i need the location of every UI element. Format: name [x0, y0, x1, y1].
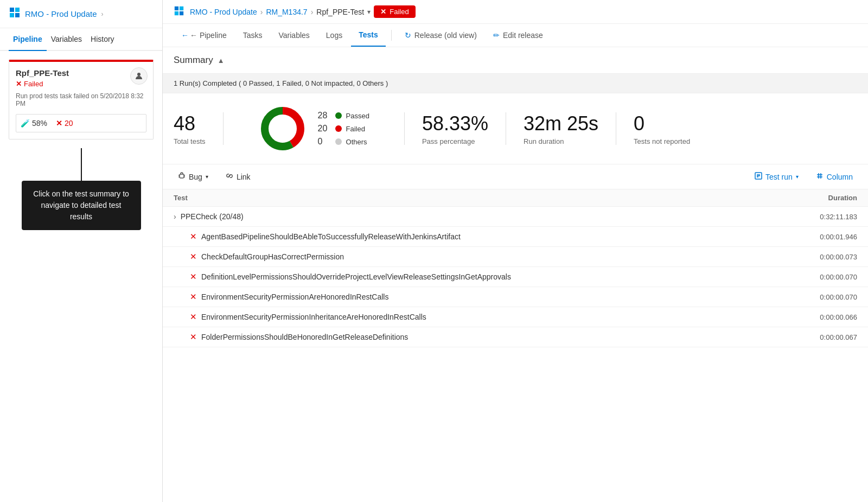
chevron-up-icon[interactable]: ▲	[218, 56, 225, 65]
x-badge-icon: ✕	[380, 8, 386, 16]
test-group-row[interactable]: › PPECheck (20/48) 0:32:11.183	[163, 207, 868, 227]
stat-divider-1	[223, 112, 224, 145]
donut-chart	[258, 104, 307, 153]
run-summary-text: 1 Run(s) Completed ( 0 Passed, 1 Failed,…	[174, 79, 388, 87]
test-group-name: PPECheck (20/48)	[181, 212, 244, 221]
chevron-down-group-icon: ›	[174, 212, 176, 221]
pencil-icon: ✏	[493, 31, 500, 40]
others-count: 0	[318, 137, 331, 147]
left-nav-variables[interactable]: Variables	[47, 28, 86, 50]
test-row[interactable]: ✕ CheckDefaultGroupHasCorrectPermission …	[163, 247, 868, 267]
stage-name: Rpf_PPE-Test	[16, 68, 146, 78]
pass-pct-label: Pass percentage	[422, 137, 488, 145]
breadcrumb-stage[interactable]: Rpf_PPE-Test	[316, 8, 364, 16]
stage-info: Run prod tests task failed on 5/20/2018 …	[16, 92, 146, 107]
table-header-row: Test Duration	[163, 189, 868, 207]
test-row[interactable]: ✕ FolderPermissionsShouldBeHonoredInGetR…	[163, 327, 868, 347]
nav-pipeline-label: ← Pipeline	[190, 31, 227, 40]
stage-card[interactable]: Rpf_PPE-Test ✕ Failed Run prod tests tas…	[9, 60, 154, 139]
svg-rect-5	[175, 7, 178, 10]
total-tests-number: 48	[174, 112, 206, 135]
pass-pct-number: 58.33%	[422, 112, 488, 135]
right-content: Summary ▲ 1 Run(s) Completed ( 0 Passed,…	[163, 47, 868, 502]
right-nav: ← ← Pipeline Tasks Variables Logs Tests …	[163, 24, 868, 47]
left-nav-history[interactable]: History	[86, 28, 119, 50]
test-run-button[interactable]: Test run ▾	[750, 170, 803, 183]
nav-edit-release[interactable]: ✏ Edit release	[486, 24, 551, 46]
edit-release-label: Edit release	[503, 31, 543, 40]
test-name-2: CheckDefaultGroupHasCorrectPermission	[201, 252, 344, 261]
col-test: Test	[174, 194, 188, 202]
nav-logs[interactable]: Logs	[318, 24, 350, 46]
breadcrumb-release[interactable]: RM_M134.7	[266, 8, 307, 16]
legend-others: 0 Others	[318, 137, 369, 147]
stat-divider-4	[616, 112, 616, 145]
toolbar-right: Test run ▾ Column	[750, 170, 857, 183]
test-name-1: AgentBasedPipelineShouldBeAbleToSuccessf…	[201, 232, 461, 241]
test-run-icon	[755, 172, 762, 181]
summary-header[interactable]: Summary ▲	[163, 47, 868, 74]
fail-x-icon-4: ✕	[190, 292, 197, 302]
passed-count: 28	[318, 111, 331, 120]
tests-not-reported-value: 0	[634, 112, 690, 135]
test-run-chevron: ▾	[796, 174, 799, 180]
table-toolbar: Bug ▾ Link	[163, 164, 868, 189]
nav-tasks[interactable]: Tasks	[235, 24, 270, 46]
fail-x-icon-6: ✕	[190, 332, 197, 342]
beaker-icon: 🧪	[21, 119, 30, 128]
nav-variables[interactable]: Variables	[271, 24, 317, 46]
left-nav: Pipeline Variables History	[0, 28, 162, 51]
test-row[interactable]: ✕ EnvironmentSecurityPermissionInheritan…	[163, 307, 868, 327]
svg-rect-2	[10, 13, 14, 17]
nav-tests[interactable]: Tests	[351, 24, 386, 47]
run-duration-label: Run duration	[524, 137, 598, 145]
failed-dot	[335, 125, 342, 132]
right-header: RMO - Prod Update › RM_M134.7 › Rpf_PPE-…	[163, 0, 868, 24]
test-name-4: EnvironmentSecurityPermissionAreHonoredI…	[201, 293, 388, 301]
nav-release-old-view[interactable]: ↻ Release (old view)	[397, 24, 484, 46]
test-row[interactable]: ✕ DefinitionLevelPermissionsShouldOverri…	[163, 267, 868, 287]
bug-button[interactable]: Bug ▾	[174, 170, 213, 183]
left-nav-pipeline[interactable]: Pipeline	[9, 28, 47, 51]
nav-pipeline[interactable]: ← ← Pipeline	[174, 24, 234, 46]
connector-line	[81, 148, 82, 181]
run-summary-bar: 1 Run(s) Completed ( 0 Passed, 1 Failed,…	[163, 74, 868, 93]
run-duration-value: 32m 25s	[524, 112, 598, 135]
bug-chevron-icon: ▾	[206, 174, 208, 180]
svg-rect-3	[15, 13, 20, 17]
chevron-down-icon[interactable]: ▾	[367, 8, 371, 16]
link-button[interactable]: Link	[221, 170, 255, 183]
fail-x-icon-3: ✕	[190, 272, 197, 282]
link-icon	[226, 172, 233, 181]
column-button[interactable]: Column	[812, 170, 857, 183]
legend-failed: 20 Failed	[318, 124, 369, 134]
test-name-6: FolderPermissionsShouldBeHonoredInGetRel…	[201, 333, 408, 341]
tooltip-box: Click on the test summary to navigate to…	[22, 181, 141, 230]
test-row[interactable]: ✕ AgentBasedPipelineShouldBeAbleToSucces…	[163, 227, 868, 247]
fail-x-icon-5: ✕	[190, 312, 197, 322]
stat-divider-2	[404, 112, 405, 145]
test-dur-1: 0:00:01.946	[820, 233, 857, 241]
avatar-button[interactable]	[130, 67, 148, 85]
stage-pass-percent: 🧪 58%	[21, 119, 47, 128]
stage-fail-count: ✕ 20	[56, 119, 73, 128]
breadcrumb-app-title[interactable]: RMO - Prod Update	[190, 8, 257, 16]
test-row[interactable]: ✕ EnvironmentSecurityPermissionAreHonore…	[163, 287, 868, 307]
total-tests-block: 48 Total tests	[174, 112, 206, 145]
test-name-3: DefinitionLevelPermissionsShouldOverride…	[201, 272, 511, 281]
tooltip-wrapper: Click on the test summary to navigate to…	[9, 148, 154, 230]
legend-passed: 28 Passed	[318, 111, 369, 120]
svg-point-12	[272, 118, 293, 139]
stats-row: 48 Total tests	[163, 93, 868, 164]
app-icon	[9, 7, 21, 21]
test-name-5: EnvironmentSecurityPermissionInheritance…	[201, 313, 426, 321]
tests-not-reported-label: Tests not reported	[634, 137, 690, 145]
app-title[interactable]: RMO - Prod Update	[25, 9, 97, 18]
fail-count-value: 20	[65, 119, 73, 128]
summary-title: Summary	[174, 55, 213, 66]
svg-rect-6	[180, 7, 183, 10]
others-label: Others	[346, 138, 367, 146]
pass-percent-value: 58%	[32, 119, 47, 128]
svg-rect-8	[180, 11, 183, 15]
refresh-icon: ↻	[405, 31, 411, 40]
